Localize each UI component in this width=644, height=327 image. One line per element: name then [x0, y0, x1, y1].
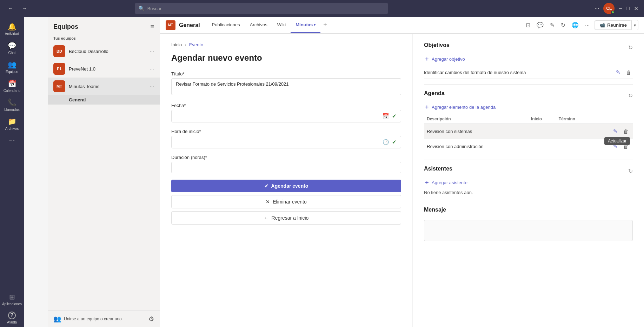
tab-archivos[interactable]: Archivos — [245, 17, 272, 33]
settings-icon[interactable]: ⚙ — [148, 315, 154, 323]
meet-button[interactable]: 📹 Reunirse — [595, 20, 631, 30]
sidebar-item-aplicaciones[interactable]: ⊞ Aplicaciones — [0, 290, 24, 309]
clock-icon[interactable]: 🕐 — [383, 139, 389, 145]
minimize-button[interactable]: – — [619, 5, 622, 12]
title-input[interactable]: Revisar Formato de Servicios Profesional… — [171, 78, 401, 95]
schedule-event-button[interactable]: ✔ Agendar evento — [171, 180, 401, 192]
search-bar: 🔍 — [135, 3, 388, 14]
breadcrumb-home[interactable]: Inicio — [171, 42, 182, 47]
edit-objective-button[interactable]: ✎ — [615, 68, 622, 76]
tab-chat-icon[interactable]: 💬 — [535, 20, 545, 30]
agenda-end-1 — [556, 124, 593, 139]
tooltip-actualizar: Actualizar — [604, 137, 630, 145]
agenda-section-header: Agenda ↻ — [424, 90, 633, 101]
tab-minutas[interactable]: Minutas ▾ — [291, 17, 320, 33]
aplicaciones-icon: ⊞ — [9, 293, 15, 301]
form-group-date: Fecha* 21/09/2021 📅 ✔ — [171, 103, 401, 122]
maximize-button[interactable]: □ — [626, 5, 630, 12]
sidebar-item-chat[interactable]: 💬 Chat — [0, 39, 24, 58]
sidebar-item-label: Archivos — [5, 127, 19, 131]
tab-publicaciones[interactable]: Publicaciones — [207, 17, 245, 33]
sidebar-filter-icon[interactable]: ≡ — [150, 23, 154, 31]
team-item-minutas[interactable]: MT Minutas Teams ··· — [48, 78, 160, 95]
breadcrumb-separator: › — [185, 42, 186, 47]
attendees-refresh-icon[interactable]: ↻ — [628, 168, 633, 174]
sidebar-item-ayuda[interactable]: ? Ayuda — [0, 309, 24, 327]
join-team-text[interactable]: Unirse a un equipo o crear uno — [64, 316, 122, 321]
team-item-prevenet[interactable]: P1 PreveNet 1.0 ··· — [48, 60, 160, 78]
delete-agenda-1-button[interactable]: 🗑 — [622, 128, 630, 135]
add-agenda-link[interactable]: ＋ Agregar elemento de la agenda — [424, 104, 633, 111]
channel-name-general: General — [69, 97, 86, 102]
team-more-prevenet[interactable]: ··· — [150, 66, 154, 72]
sidebar-item-calendario[interactable]: 📅 Calendario — [0, 76, 24, 95]
team-item-becloud[interactable]: BD BeCloud Desarrollo ··· — [48, 42, 160, 60]
join-team-icon: 👥 — [53, 315, 61, 323]
channel-header: MT General Publicaciones Archivos Wiki M… — [160, 17, 644, 34]
page-title: Agendar nuevo evento — [171, 53, 401, 63]
divider-2 — [424, 160, 633, 160]
meet-dropdown-button[interactable]: ▾ — [631, 20, 638, 30]
tab-more-icon[interactable]: ··· — [584, 21, 591, 30]
tab-globe-icon[interactable]: 🌐 — [570, 20, 580, 30]
sidebar-item-label: Aplicaciones — [2, 302, 22, 306]
tab-add-button[interactable]: + — [320, 21, 330, 29]
check-icon: ✔ — [264, 183, 268, 189]
close-button[interactable]: ✕ — [634, 5, 638, 12]
date-input[interactable]: 21/09/2021 — [176, 114, 380, 119]
form-group-time: Hora de inicio* 05:00 p. m. 🕐 ✔ — [171, 129, 401, 148]
calendar-icon[interactable]: 📅 — [383, 113, 389, 119]
channel-avatar: MT — [166, 20, 175, 30]
sidebar-item-more[interactable]: ··· — [0, 133, 24, 147]
back-to-home-button[interactable]: ← Regresar a Inicio — [171, 211, 401, 225]
tab-wiki[interactable]: Wiki — [272, 17, 291, 33]
objectives-refresh-icon[interactable]: ↻ — [628, 44, 633, 51]
team-more-minutas[interactable]: ··· — [150, 84, 154, 89]
time-label: Hora de inicio* — [171, 129, 401, 134]
time-input-wrapper: 05:00 p. m. 🕐 ✔ — [171, 136, 401, 148]
agenda-refresh-icon[interactable]: ↻ — [628, 92, 633, 99]
tab-video-icon[interactable]: ⊡ — [524, 20, 532, 30]
delete-objective-button[interactable]: 🗑 — [625, 69, 633, 76]
objective-actions: ✎ 🗑 — [615, 68, 633, 76]
sidebar-item-actividad[interactable]: 🔔 Actividad — [0, 20, 24, 39]
team-name-becloud: BeCloud Desarrollo — [69, 49, 146, 54]
message-title: Mensaje — [424, 207, 446, 213]
nav-back-button[interactable]: ← — [6, 4, 15, 13]
archivos-icon: 📁 — [8, 117, 16, 126]
search-input[interactable] — [147, 6, 384, 11]
add-attendee-icon: ＋ — [424, 179, 430, 186]
agenda-row-2: Revisión con administración ✎ 🗑 — [424, 139, 633, 154]
date-input-wrapper: 21/09/2021 📅 ✔ — [171, 110, 401, 122]
avatar[interactable]: CL — [603, 3, 615, 14]
sidebar-item-archivos[interactable]: 📁 Archivos — [0, 114, 24, 133]
edit-agenda-1-button[interactable]: ✎ — [612, 127, 619, 135]
sidebar-item-llamadas[interactable]: 📞 Llamadas — [0, 95, 24, 114]
left-rail: 🔔 Actividad 💬 Chat 👥 Equipos 📅 Calendari… — [0, 17, 24, 327]
sidebar-item-equipos[interactable]: 👥 Equipos — [0, 58, 24, 76]
channel-name: General — [179, 22, 200, 28]
sidebar-item-label: Actividad — [5, 32, 19, 36]
team-avatar-bd: BD — [53, 45, 65, 57]
delete-event-button[interactable]: ✕ Eliminar evento — [171, 195, 401, 208]
calendario-icon: 📅 — [8, 79, 16, 88]
add-attendee-link[interactable]: ＋ Agregar asistente — [424, 179, 633, 186]
team-more-becloud[interactable]: ··· — [150, 48, 154, 54]
time-input[interactable]: 05:00 p. m. — [176, 140, 380, 145]
duration-input[interactable]: 1 — [171, 162, 401, 173]
more-options-button[interactable]: ··· — [595, 5, 599, 12]
user-status-indicator — [611, 11, 615, 14]
tab-refresh-icon[interactable]: ↻ — [559, 20, 567, 30]
agenda-start-2 — [528, 139, 556, 154]
nav-forward-button[interactable]: → — [20, 4, 29, 13]
message-area[interactable] — [424, 220, 633, 241]
form-panel: Inicio › Evento Agendar nuevo evento Tít… — [160, 34, 413, 327]
divider-3 — [424, 201, 633, 201]
message-section-header: Mensaje — [424, 207, 633, 217]
chat-icon: 💬 — [8, 41, 16, 50]
tab-edit-icon[interactable]: ✎ — [549, 20, 556, 30]
date-check-icon: ✔ — [392, 113, 397, 119]
team-name-minutas: Minutas Teams — [69, 84, 146, 89]
channel-item-general[interactable]: General — [48, 95, 160, 105]
add-objective-link[interactable]: ＋ Agregar objetivo — [424, 55, 633, 63]
